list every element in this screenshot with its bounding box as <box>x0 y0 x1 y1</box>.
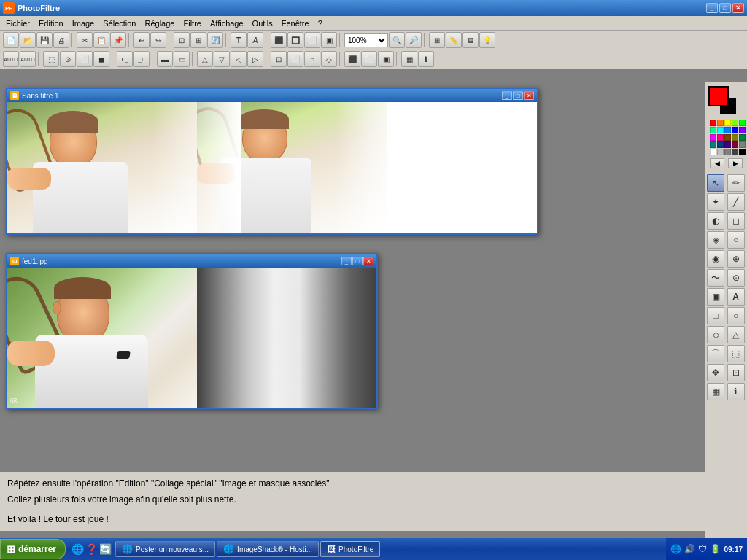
swatch-yellow[interactable] <box>724 120 731 126</box>
swatch-cyan[interactable] <box>717 127 724 133</box>
swatch-plum[interactable] <box>732 141 738 148</box>
tool-stamp[interactable]: ▣ <box>707 288 724 306</box>
tool-shape-ellipse[interactable]: ○ <box>727 307 745 324</box>
tb-open[interactable]: 📂 <box>20 32 36 48</box>
tb-triangle1[interactable]: △ <box>197 51 213 67</box>
taskbar-item-photofiltre[interactable]: 🖼 PhotoFiltre <box>320 541 380 557</box>
tray-antivirus[interactable]: 🛡 <box>698 544 707 554</box>
tb-border3[interactable]: ○ <box>304 51 320 67</box>
ql-help[interactable]: ❓ <box>85 543 98 555</box>
tb-frame[interactable]: ▣ <box>378 51 394 67</box>
window2-minimize[interactable]: _ <box>341 257 352 265</box>
window2-titlebar[interactable]: 🖼 fed1.jpg _ □ ✕ <box>7 254 376 268</box>
tb-clone[interactable]: 🔲 <box>287 32 303 48</box>
tb-stamp[interactable]: ⬛ <box>271 32 287 48</box>
tb-resize[interactable]: ⊞ <box>190 32 206 48</box>
tool-rect-sel[interactable]: ⬚ <box>727 345 745 362</box>
tb-mirror2[interactable]: ⬜ <box>361 51 377 67</box>
swatch-blue[interactable] <box>732 127 738 133</box>
swatch-black[interactable] <box>739 149 746 155</box>
menu-fichier[interactable]: Fichier <box>1 18 34 29</box>
tb-film1[interactable]: ▦ <box>401 51 417 67</box>
tool-shape-diamond[interactable]: ◇ <box>707 326 724 343</box>
start-button[interactable]: ⊞ démarrer <box>0 539 66 559</box>
tool-move[interactable]: ✥ <box>707 364 724 381</box>
tb-mirror1[interactable]: ⬛ <box>344 51 360 67</box>
tb-rotate[interactable]: 🔄 <box>207 32 223 48</box>
tool-pen[interactable]: ✏ <box>727 174 745 192</box>
swatch-dkgreen[interactable] <box>739 134 746 141</box>
tb-zoom-out[interactable]: 🔎 <box>406 32 422 48</box>
palette-next[interactable]: ▶ <box>728 158 743 168</box>
tb-transform[interactable]: Γ_ <box>117 51 133 67</box>
window2-maximize[interactable]: □ <box>352 257 363 265</box>
tray-volume[interactable]: 🔊 <box>684 544 695 554</box>
tb-screen[interactable]: 🖥 <box>462 32 479 48</box>
swatch-navy[interactable] <box>717 141 724 148</box>
swatch-green[interactable] <box>739 120 746 126</box>
tool-shape-rect[interactable]: □ <box>707 307 724 324</box>
swatch-ltblue[interactable] <box>724 127 731 133</box>
tb-font[interactable]: A <box>247 32 263 48</box>
tb-film2[interactable]: ℹ <box>418 51 434 67</box>
tool-line[interactable]: ╱ <box>727 193 745 211</box>
app-minimize-btn[interactable]: _ <box>706 3 718 13</box>
menu-fenetre[interactable]: Fenêtre <box>277 18 314 29</box>
tb-sel-custom[interactable]: ⬜ <box>77 51 93 67</box>
swatch-ltgray[interactable] <box>717 149 724 155</box>
tb-sel-magic[interactable]: ◼ <box>93 51 109 67</box>
tb-copy[interactable]: 📋 <box>93 32 109 48</box>
menu-reglage[interactable]: Réglage <box>141 18 179 29</box>
tool-eraser[interactable]: ◻ <box>727 212 745 230</box>
swatch-orange[interactable] <box>717 120 724 126</box>
tb-undo[interactable]: ↩ <box>133 32 150 48</box>
tool-dodge[interactable]: ⊙ <box>727 269 745 287</box>
menu-selection[interactable]: Sélection <box>98 18 140 29</box>
taskbar-item-imageshack[interactable]: 🌐 ImageShack® - Hosti... <box>217 541 319 557</box>
tool-info[interactable]: ℹ <box>727 383 745 400</box>
menu-filtre[interactable]: Filtre <box>179 18 205 29</box>
tool-text[interactable]: A <box>727 288 745 306</box>
swatch-dkgray[interactable] <box>732 149 738 155</box>
tb-border2[interactable]: ⬜ <box>287 51 303 67</box>
window2-close[interactable]: ✕ <box>363 257 374 265</box>
tb-auto1[interactable]: AUTO <box>3 51 19 67</box>
ql-refresh[interactable]: 🔄 <box>99 543 112 555</box>
tb-paste[interactable]: 📌 <box>110 32 126 48</box>
ql-ie[interactable]: 🌐 <box>71 543 84 555</box>
tb-cut[interactable]: ✂ <box>77 32 93 48</box>
tb-crop[interactable]: ⊡ <box>174 32 190 48</box>
tool-smudge[interactable]: 〜 <box>707 269 724 287</box>
window1-titlebar[interactable]: 📄 Sans titre 1 _ □ ✕ <box>7 89 537 102</box>
app-close-btn[interactable]: ✕ <box>732 3 744 13</box>
swatch-white[interactable] <box>710 149 716 155</box>
tool-shape-triangle[interactable]: △ <box>727 326 745 343</box>
tool-fill[interactable]: ◈ <box>707 231 724 249</box>
tool-eyedropper[interactable]: ○ <box>727 231 745 249</box>
menu-affichage[interactable]: Affichage <box>206 18 248 29</box>
tool-cursor[interactable]: ↖ <box>707 174 724 192</box>
foreground-color[interactable] <box>708 86 729 106</box>
window1-maximize[interactable]: □ <box>513 91 523 100</box>
tool-magic-wand[interactable]: ✦ <box>707 193 724 211</box>
tb-text[interactable]: T <box>231 32 247 48</box>
menu-edition[interactable]: Edition <box>34 18 68 29</box>
tb-triangle3[interactable]: ◁ <box>231 51 247 67</box>
tb-border4[interactable]: ◇ <box>321 51 337 67</box>
app-maximize-btn[interactable]: □ <box>719 3 731 13</box>
swatch-olive[interactable] <box>732 134 738 141</box>
tb-shape2[interactable]: ▭ <box>174 51 190 67</box>
swatch-magenta[interactable] <box>710 134 716 141</box>
swatch-midgray[interactable] <box>724 149 731 155</box>
swatch-teal2[interactable] <box>710 141 716 148</box>
menu-help[interactable]: ? <box>314 18 327 29</box>
swatch-red[interactable] <box>710 120 716 126</box>
tb-zoom-in[interactable]: 🔍 <box>389 32 405 48</box>
menu-image[interactable]: Image <box>68 18 99 29</box>
zoom-select[interactable]: 100% 50% 200% <box>344 33 388 47</box>
tool-crop2[interactable]: ⊡ <box>727 364 745 381</box>
tb-transform2[interactable]: _Γ <box>133 51 150 67</box>
tool-brush[interactable]: ◐ <box>707 212 724 230</box>
swatch-lime[interactable] <box>732 120 738 126</box>
tb-triangle2[interactable]: ▽ <box>214 51 230 67</box>
